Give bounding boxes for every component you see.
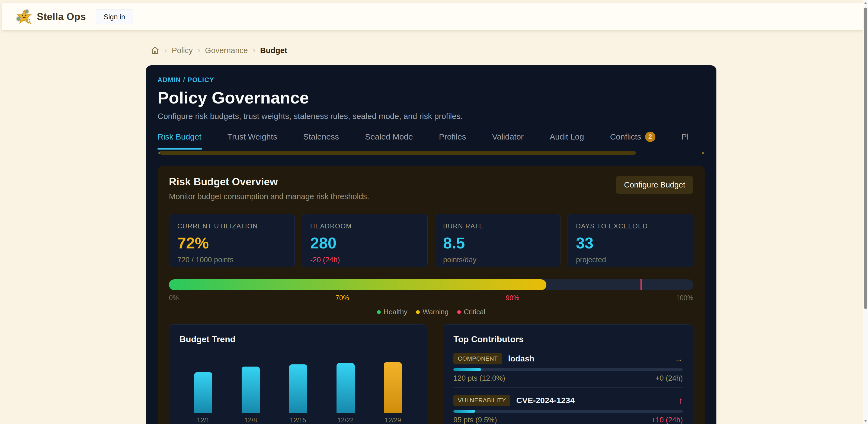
- legend-dot-critical-icon: [457, 310, 461, 314]
- tab-label: Sealed Mode: [365, 132, 413, 141]
- stat-sub-text: 720 / 1000 points: [177, 256, 286, 264]
- tab-bottom-border: [158, 157, 705, 157]
- breadcrumb-item-policy[interactable]: Policy: [172, 46, 192, 55]
- budget-trend-bar-12-29: [384, 362, 402, 413]
- breadcrumb-item-budget: Budget: [260, 46, 287, 55]
- tab-profiles[interactable]: Profiles: [439, 132, 466, 150]
- tab-label: Validator: [492, 132, 524, 141]
- legend-label: Critical: [464, 308, 485, 316]
- legend-dot-warning-icon: [416, 310, 420, 314]
- tab-staleness[interactable]: Staleness: [303, 132, 339, 150]
- chart-x-label: 12/29: [369, 416, 416, 424]
- stat-card-burn-rate: BURN RATE8.5points/day: [435, 214, 560, 267]
- tab-label: Conflicts: [610, 132, 641, 141]
- contributor-progress-fill: [454, 410, 475, 413]
- contributor-name: CVE-2024-1234: [516, 396, 575, 405]
- page-scrollbar-thumb[interactable]: [864, 8, 867, 309]
- tab-label: Risk Budget: [158, 132, 202, 141]
- top-contributors-card: Top Contributors COMPONENTlodash→120 pts…: [443, 324, 693, 424]
- brand-name: Stella Ops: [37, 11, 86, 23]
- budget-trend-title: Budget Trend: [180, 334, 416, 344]
- sign-in-button[interactable]: Sign in: [96, 9, 133, 24]
- chart-bar-slot: [227, 366, 274, 413]
- legend-dot-healthy-icon: [377, 310, 381, 314]
- tab-label: Pl: [681, 132, 689, 141]
- utilization-tick-100: 100%: [676, 294, 693, 302]
- utilization-tick-labels: 0%70%90%100%: [169, 294, 693, 302]
- contributor-progress-fill: [454, 368, 481, 371]
- stat-card-days-to-exceeded: DAYS TO EXCEEDED33projected: [567, 214, 693, 267]
- contributor-points: 95 pts (9.5%): [454, 416, 497, 424]
- trend-up-arrow-icon: ↑: [678, 396, 683, 405]
- tab-badge-count: 2: [645, 132, 655, 142]
- breadcrumb: ›Policy›Governance›Budget: [151, 44, 287, 56]
- overview-subtitle: Monitor budget consumption and manage ri…: [169, 192, 369, 201]
- tab-conflicts[interactable]: Conflicts2: [610, 132, 655, 150]
- contributor-delta: +0 (24h): [655, 374, 683, 383]
- stat-sub-text: -20 (24h): [310, 256, 419, 264]
- tab-sealed-mode[interactable]: Sealed Mode: [365, 132, 413, 150]
- stat-label: BURN RATE: [443, 222, 552, 230]
- page-scrollbar[interactable]: [863, 0, 868, 424]
- contributor-stats: 120 pts (12.0%)+0 (24h): [454, 374, 683, 383]
- chart-bar-slot: [322, 363, 369, 413]
- stat-card-headroom: HEADROOM280-20 (24h): [302, 214, 428, 267]
- contributor-name: lodash: [508, 354, 534, 363]
- chart-x-label: 12/1: [180, 416, 227, 424]
- breadcrumb-item-governance[interactable]: Governance: [205, 46, 248, 55]
- stat-sub-text: points/day: [443, 256, 552, 264]
- page-subtitle: Configure risk budgets, trust weights, s…: [158, 111, 705, 121]
- breadcrumb-home-link[interactable]: [151, 46, 159, 55]
- stat-label: DAYS TO EXCEEDED: [576, 222, 685, 230]
- contributor-progress-track: [454, 410, 683, 413]
- stat-label: HEADROOM: [310, 222, 419, 230]
- utilization-tick-0: 0%: [169, 294, 179, 302]
- brand-logo-star-mascot-icon: [16, 8, 33, 25]
- top-navbar: Stella Ops Sign in: [2, 3, 863, 30]
- stat-sub-text: projected: [576, 256, 685, 264]
- stat-label: CURRENT UTILIZATION: [177, 222, 286, 230]
- page-title: Policy Governance: [158, 88, 705, 107]
- scrollbar-down-arrow-icon[interactable]: [864, 420, 867, 422]
- contributors-list: COMPONENTlodash→120 pts (12.0%)+0 (24h)V…: [454, 353, 683, 424]
- legend-label: Healthy: [383, 308, 407, 316]
- budget-trend-chart: [180, 350, 416, 413]
- scrollbar-up-arrow-icon[interactable]: [864, 2, 867, 4]
- budget-trend-card: Budget Trend 12/112/812/1512/2212/29: [169, 324, 427, 424]
- policy-governance-panel: ADMIN / POLICY Policy Governance Configu…: [146, 65, 716, 424]
- utilization-legend: HealthyWarningCritical: [169, 308, 693, 316]
- utilization-tick-70: 70%: [335, 294, 349, 302]
- stats-grid: CURRENT UTILIZATION72%720 / 1000 pointsH…: [169, 214, 693, 267]
- contributor-type-badge: VULNERABILITY: [454, 395, 510, 406]
- contributor-header: COMPONENTlodash→: [454, 353, 683, 365]
- utilization-progress-bar: [169, 279, 693, 290]
- legend-item-critical: Critical: [457, 308, 485, 316]
- tab-label: Trust Weights: [227, 132, 277, 141]
- contributor-progress-track: [454, 368, 683, 371]
- tab-label: Staleness: [303, 132, 339, 141]
- tab-validator[interactable]: Validator: [492, 132, 524, 150]
- utilization-tick-90: 90%: [506, 294, 519, 302]
- home-icon: [151, 46, 159, 55]
- chart-bar-slot: [274, 364, 322, 413]
- stat-value: 33: [576, 234, 685, 252]
- chart-bar-slot: [180, 372, 227, 413]
- tab-scrollbar-thumb[interactable]: [160, 151, 636, 155]
- chart-x-label: 12/8: [227, 416, 274, 424]
- tab-scroll-right-arrow-icon[interactable]: ▸: [702, 150, 705, 156]
- contributor-row-lodash[interactable]: COMPONENTlodash→120 pts (12.0%)+0 (24h): [454, 353, 683, 383]
- chart-bar-slot: [369, 362, 416, 413]
- budget-trend-bar-12-8: [242, 366, 260, 413]
- tab-risk-budget[interactable]: Risk Budget: [158, 132, 202, 150]
- contributor-divider: [454, 387, 683, 388]
- contributor-row-cve-2024-1234[interactable]: VULNERABILITYCVE-2024-1234↑95 pts (9.5%)…: [454, 394, 683, 424]
- budget-trend-bar-12-15: [289, 364, 307, 413]
- tab-audit-log[interactable]: Audit Log: [550, 132, 584, 150]
- risk-budget-overview-card: Risk Budget Overview Monitor budget cons…: [158, 166, 705, 424]
- contributor-type-badge: COMPONENT: [454, 353, 502, 364]
- stat-card-current-utilization: CURRENT UTILIZATION72%720 / 1000 points: [169, 214, 295, 267]
- configure-budget-button[interactable]: Configure Budget: [616, 176, 693, 194]
- breadcrumb-separator: ›: [198, 46, 200, 55]
- tab-pl[interactable]: Pl: [681, 132, 689, 150]
- tab-trust-weights[interactable]: Trust Weights: [227, 132, 277, 150]
